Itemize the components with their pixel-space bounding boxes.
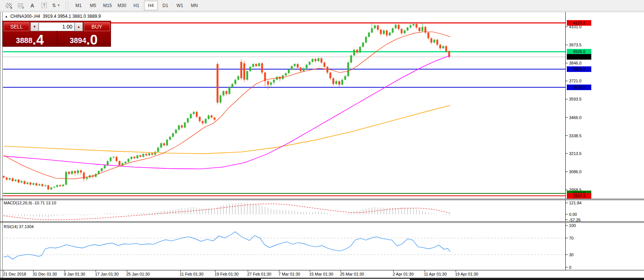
candle-body xyxy=(341,80,343,85)
sell-price-main: 3888 xyxy=(16,37,33,44)
time-axis-label: 7 Mar 01:30 xyxy=(278,272,300,276)
candle-body xyxy=(211,115,213,118)
candle-body xyxy=(229,87,231,94)
sell-price[interactable]: 3888.4 xyxy=(3,31,57,47)
candle-body xyxy=(235,80,236,84)
time-axis-label: 9 Jan 01:30 xyxy=(64,272,85,276)
candle-body xyxy=(303,68,305,71)
text-label-icon: A xyxy=(30,3,34,9)
candle-body xyxy=(12,178,14,181)
candle-body xyxy=(65,172,67,185)
candle-body xyxy=(128,159,130,162)
candle-body xyxy=(339,81,340,85)
candle-body xyxy=(125,162,127,163)
timeframe-mn-button[interactable]: MN xyxy=(187,1,201,10)
candle-body xyxy=(217,64,219,103)
macd-indicator-label: MACD(12,26,9) -10.71 13.10 xyxy=(4,201,56,205)
time-axis-label: 17 Jan 01:30 xyxy=(95,272,119,276)
timeframe-m5-button[interactable]: M5 xyxy=(86,1,100,10)
candle-body xyxy=(445,46,447,51)
price-badge-label: 4127.6 xyxy=(573,21,585,25)
candle-body xyxy=(422,27,424,31)
candle-body xyxy=(148,153,150,155)
chart-canvas[interactable]: 4101.03973.53846.03721.03593.53466.03338… xyxy=(0,11,644,280)
tool-sub-label: F xyxy=(23,6,24,10)
candle-body xyxy=(74,171,76,173)
timeframe-h1-button[interactable]: H1 xyxy=(130,1,143,10)
candle-body xyxy=(196,112,198,117)
volume-increase-button[interactable]: ▲ xyxy=(75,22,83,31)
candle-body xyxy=(368,33,370,37)
volume-decrease-button[interactable]: ▼ xyxy=(30,22,39,31)
time-axis-label: 27 Feb 01:30 xyxy=(247,272,271,276)
candle-body xyxy=(392,28,394,33)
candle-body xyxy=(333,78,334,84)
candle-body xyxy=(27,182,29,184)
buy-price-main: 3894 xyxy=(70,37,86,44)
candle-body xyxy=(223,91,225,96)
macd-axis-label: 0.00 xyxy=(569,212,577,217)
candle-body xyxy=(395,25,397,29)
timeframe-h4-button[interactable]: H4 xyxy=(144,1,158,10)
candle-body xyxy=(398,25,400,29)
candle-body xyxy=(140,155,141,157)
candle-body xyxy=(59,185,61,186)
rsi-axis-label: 100 xyxy=(569,223,576,228)
candle-body xyxy=(371,28,373,33)
text-label-tool-button[interactable]: A xyxy=(27,1,38,10)
price-tick-label: 3213.5 xyxy=(569,151,582,156)
candle-body xyxy=(442,46,444,48)
toolbar-separator xyxy=(66,1,68,10)
time-axis-label: 2 Apr 01:30 xyxy=(393,272,413,276)
candle-body xyxy=(56,185,58,187)
price-tick-label: 3973.5 xyxy=(569,43,582,47)
hatch-pattern-icon: E xyxy=(6,3,12,8)
candle-body xyxy=(143,154,144,157)
candle-body xyxy=(386,30,388,35)
candle-body xyxy=(439,45,441,49)
candle-body xyxy=(137,155,138,158)
timeframe-m15-button[interactable]: M15 xyxy=(101,1,114,10)
candle-body xyxy=(208,115,210,119)
dot-grid-f-tool-button[interactable]: F xyxy=(15,1,26,10)
arrow-style-tool-button[interactable]: ⇅ ▼ xyxy=(50,1,62,10)
volume-input[interactable] xyxy=(39,22,75,31)
timeframe-d1-button[interactable]: D1 xyxy=(158,1,172,10)
rsi-axis-label: 70 xyxy=(569,236,573,240)
rsi-axis-label: 0 xyxy=(569,265,571,270)
hatch-pattern-e-tool-button[interactable]: E xyxy=(3,1,14,10)
timeframe-m30-button[interactable]: M30 xyxy=(115,1,129,10)
candle-body xyxy=(294,64,296,66)
candle-body xyxy=(226,91,228,94)
candle-body xyxy=(306,65,308,68)
price-badge-label: 3889.9 xyxy=(573,55,585,59)
ohlc-values: 3919.4 3954.1 3881.0 3889.9 xyxy=(43,14,101,19)
collapse-panel-icon[interactable]: ▲ xyxy=(5,15,8,18)
time-axis-label: 11 Apr 01:30 xyxy=(424,272,447,276)
sell-button[interactable]: SELL xyxy=(4,22,29,31)
window-bottom-edge xyxy=(0,278,644,279)
rsi-indicator-label: RSI(14) 37.1304 xyxy=(4,224,34,229)
price-tick-label: 3086.0 xyxy=(569,169,582,174)
candle-body xyxy=(151,153,153,155)
timeframe-m1-button[interactable]: M1 xyxy=(72,1,85,10)
timeframe-w1-button[interactable]: W1 xyxy=(173,1,187,10)
candle-body xyxy=(428,33,429,38)
candle-body xyxy=(113,157,115,158)
text-box-tool-button[interactable]: T xyxy=(39,1,50,10)
buy-button[interactable]: BUY xyxy=(84,22,110,31)
candle-body xyxy=(169,137,171,140)
candle-body xyxy=(330,73,331,78)
candle-body xyxy=(437,40,438,45)
time-axis-label: 19 Apr 01:30 xyxy=(455,272,478,276)
candle-body xyxy=(258,63,260,66)
candle-body xyxy=(288,70,290,73)
time-axis-label: 31 Dec 01:30 xyxy=(33,272,57,276)
price-badge-label: 3803.8 xyxy=(573,67,585,71)
candle-body xyxy=(356,50,358,53)
arrows-icon: ⇅ xyxy=(52,3,56,8)
candle-body xyxy=(267,81,269,85)
buy-price[interactable]: 3894.0 xyxy=(57,31,111,47)
text-box-icon: T xyxy=(42,3,47,8)
time-axis-label: 15 Mar 01:30 xyxy=(309,272,333,276)
